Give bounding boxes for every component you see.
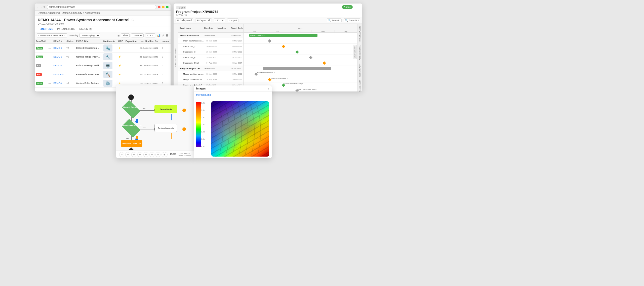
wf-diamond-hinge [122, 100, 140, 119]
chart-icon[interactable]: 📊 [157, 34, 160, 37]
export-icon: ↑ [215, 19, 217, 22]
colormap-label-3: 2.0k [201, 124, 205, 125]
zoom-btn-2[interactable]: ○ [125, 152, 130, 157]
export-btn[interactable]: Export [145, 33, 155, 37]
status-badge: Fail [36, 73, 42, 76]
gantt-bar-row [244, 66, 357, 71]
url-bar[interactable]: aurbs.aurskks.com/jab/ [47, 5, 156, 9]
minimize-dot[interactable] [162, 6, 165, 8]
gantt-bar-row [244, 55, 357, 60]
thermal-engine-svg [211, 101, 269, 157]
tab-lineitems[interactable]: LINEITEMS [38, 26, 55, 32]
sidebar-tab-assessment[interactable]: ASSESSMENT S... [358, 43, 361, 62]
gantt-subtitle: XRV86768 [176, 14, 218, 16]
columns-btn[interactable]: Columns [131, 33, 144, 37]
gantt-left-row[interactable]: Checkpoint_3 20-May-2022 20-May-2022 [178, 49, 243, 55]
filter-btn[interactable]: Filter [121, 33, 130, 37]
browser-nav[interactable]: ← → ↺ [37, 6, 45, 8]
revision-cell: v2 [65, 44, 75, 53]
zoom-btn-6[interactable]: ○ [149, 152, 154, 157]
workflow-canvas[interactable]: YES NO YES NO Hinged Opening [116, 85, 194, 150]
maximize-dot[interactable] [166, 6, 169, 8]
import-btn[interactable]: ↓ Import [227, 18, 238, 22]
gantt-left-row[interactable]: Open master.assess.doc v2 (DEMPC-51110) … [178, 38, 243, 44]
wf-rect-swing: Swing Study [154, 105, 177, 113]
gantt-more-icon[interactable]: ⋮ [356, 5, 360, 9]
issues-cell: 0 [161, 44, 171, 53]
sidebar-tab-release[interactable]: RELEASE, AEO AUDIT [358, 79, 361, 91]
table-row[interactable]: Fail — DEMO-65 Preferred Center Console … [35, 70, 171, 79]
gantt-title: Program Project XRV86768 [176, 10, 218, 14]
status-cell: Pass [35, 44, 48, 53]
col-expiration: Expiration [125, 39, 139, 44]
zoom-btn-fit[interactable]: ⊞ [162, 152, 168, 157]
workflow-body: YES NO YES NO Hinged Opening [116, 85, 194, 158]
table-row[interactable]: Pass — DEMO-2 v2 Desired Engagement of c… [35, 44, 171, 53]
revision-cell: s3 [65, 79, 75, 88]
svg-point-13 [182, 127, 186, 131]
gantt-left-row[interactable]: Checkpoint_4 29-Jun-2022 29-Jun-2022 [178, 55, 243, 60]
sidebar-tab-issue[interactable]: ISSUE REPORT [358, 62, 361, 78]
gantt-left-row[interactable]: Program Project XRV86768 06-May-2022 04-… [178, 66, 243, 71]
zoom-out-btn[interactable]: 🔍 Zoom Out [344, 18, 360, 22]
col-event-name: Event Name [178, 27, 202, 29]
gantt-left-row[interactable]: Moved electiam cum ea. N 06-May-2022 06-… [178, 71, 243, 77]
items-table: Pass/Fail DEMO # Status E-PRC Title Mult… [35, 39, 171, 88]
window-assessment: ← → ↺ aurbs.aurskks.com/jab/ Design Engi… [35, 4, 171, 91]
thermal-body: 3.5k 3.0k 2.5k 2.0k 1.5k 1.0k 0.5k [194, 97, 272, 158]
collapse-all-btn[interactable]: ⊟ Collapse All [176, 18, 193, 22]
thumbnail-cell: ⚙️ [102, 79, 117, 88]
thermal-close-icon[interactable]: ∨ [267, 87, 269, 90]
gantt-bar-row: Length of the torbulator ... [244, 77, 357, 82]
gantt-table-area: Event Name Start Date Location Target Co… [178, 24, 362, 91]
expand-all-btn[interactable]: ⊞ Expand All [195, 18, 212, 22]
close-dot[interactable] [158, 6, 160, 8]
gantt-left-row[interactable]: Master Assessment 03-May-2022 05-Aug-203… [178, 33, 243, 38]
gantt-left-row[interactable]: Length of the torbulator id 10-May-2022 … [178, 77, 243, 82]
thermal-colormap [196, 102, 201, 147]
gantt-month-cell: Aug [312, 30, 334, 32]
gantt-left-row[interactable]: Checkpoint_Final 04-Aug-2022 03-Aug-2037 [178, 60, 243, 66]
status-cell: Fail [35, 70, 48, 79]
table-header-row: Pass/Fail DEMO # Status E-PRC Title Mult… [35, 39, 171, 44]
grouping-select[interactable]: No Grouping [79, 33, 100, 38]
thumbnail-cell: 🔨 [102, 70, 117, 79]
expand-icon[interactable]: ⤢ [162, 34, 165, 37]
col-title: E-PRC Title [75, 39, 102, 44]
gantt-left-panel: Event Name Start Date Location Target Co… [178, 24, 244, 91]
export-btn[interactable]: ↑ Export [214, 18, 225, 22]
tab-parameters[interactable]: PARAMETERS [55, 26, 76, 32]
zoom-btn-3[interactable]: ○ [131, 152, 136, 157]
kpe-cell: ⚡ [117, 70, 125, 79]
kpe-cell: ⚡ [117, 53, 125, 61]
table-row[interactable]: NA — DEMO-41 Reference Hinge Width 💻 ⚡ 2… [35, 61, 171, 70]
zoom-btn-1[interactable]: + [119, 152, 124, 157]
thermal-filename[interactable]: thermal3.png [196, 93, 211, 96]
grouping-label: Grouping [69, 34, 78, 37]
table-row[interactable]: Pass — DEMO-8 v6 Nominal Hinge Thickness… [35, 53, 171, 61]
zoom-btn-5[interactable]: ○ [143, 152, 148, 157]
gantt-bar-row [244, 38, 357, 44]
collapse-icon: ⊟ [177, 19, 179, 22]
gantt-header: TB-199 Program Project XRV86768 XRV86768… [174, 4, 362, 17]
svg-point-14 [135, 120, 138, 123]
window-gantt: TB-199 Program Project XRV86768 XRV86768… [174, 4, 362, 91]
zoom-btn-4[interactable]: ○ [137, 152, 142, 157]
share-icon[interactable]: ⬡ [132, 18, 134, 22]
gantt-left-row[interactable]: Checkpoint_2 30-May-2022 30-May-2022 [178, 44, 243, 49]
conformance-report-btn[interactable]: Conformance State Report [37, 33, 67, 37]
discussion-panel[interactable]: DISCUSSION [353, 45, 357, 59]
col-multimedia: Multimedia [102, 39, 117, 44]
collapse-icon[interactable]: ⊟ [166, 34, 169, 37]
app-header: DEMO 14244 - Power Systems Assessment Co… [35, 16, 171, 26]
sidebar-tab-impact[interactable]: IMPACT ANALYSIS [358, 25, 361, 43]
gantt-toolbar: ⊟ Collapse All ⊞ Expand All ↑ Export ↓ I… [174, 17, 362, 24]
zoom-btn-7[interactable]: ○ [155, 152, 160, 157]
col-kpe: KPE [117, 39, 125, 44]
revision-cell [65, 61, 75, 70]
gantt-col-header: Event Name Start Date Location Target Co… [178, 24, 243, 33]
tab-issues[interactable]: ISSUES 1 [77, 26, 94, 32]
gantt-month-cell: Sep [335, 30, 357, 32]
zoom-in-btn[interactable]: 🔍 Zoom In [327, 18, 342, 22]
zoom-out-icon: 🔍 [345, 19, 348, 22]
